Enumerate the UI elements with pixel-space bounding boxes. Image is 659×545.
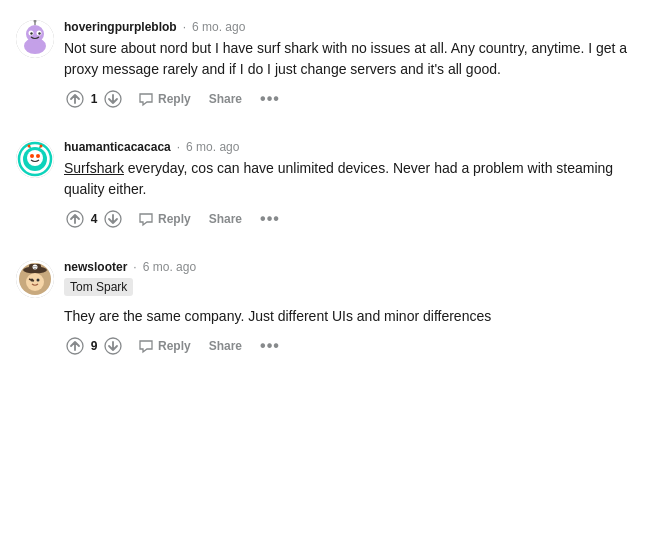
svg-point-15 <box>30 154 34 158</box>
comment-actions-2: 4 Reply Share ••• <box>64 208 643 230</box>
timestamp-text-2: 6 mo. ago <box>186 140 239 154</box>
vote-group-1: 1 <box>64 88 124 110</box>
svg-point-14 <box>27 150 43 166</box>
avatar-2 <box>16 140 54 178</box>
comment-text-1: Not sure about nord but I have surf shar… <box>64 38 643 80</box>
svg-point-2 <box>26 25 44 43</box>
svg-point-28 <box>34 266 35 267</box>
timestamp-dot-3: · <box>133 260 136 274</box>
reply-btn-1[interactable]: Reply <box>134 89 195 109</box>
vote-count-3: 9 <box>90 339 98 353</box>
reply-icon-2 <box>138 211 154 227</box>
reply-btn-3[interactable]: Reply <box>134 336 195 356</box>
tag-container-3: Tom Spark <box>64 278 643 300</box>
downvote-btn-3[interactable] <box>102 335 124 357</box>
username-2: huamanticacacaca <box>64 140 171 154</box>
downvote-icon-3 <box>104 337 122 355</box>
avatar-3 <box>16 260 54 298</box>
vote-group-2: 4 <box>64 208 124 230</box>
vote-group-3: 9 <box>64 335 124 357</box>
divider-2 <box>0 240 659 250</box>
comment-2: huamanticacacaca · 6 mo. ago Surfshark e… <box>0 130 659 240</box>
share-btn-3[interactable]: Share <box>205 337 246 355</box>
downvote-btn-2[interactable] <box>102 208 124 230</box>
share-btn-2[interactable]: Share <box>205 210 246 228</box>
comment-body-3: newslooter · 6 mo. ago Tom Spark They ar… <box>64 260 643 357</box>
upvote-btn-2[interactable] <box>64 208 86 230</box>
tag-badge-3: Tom Spark <box>64 278 133 296</box>
avatar-1 <box>16 20 54 58</box>
comment-actions-1: 1 Reply Share ••• <box>64 88 643 110</box>
upvote-btn-1[interactable] <box>64 88 86 110</box>
svg-point-7 <box>30 32 32 34</box>
comment-body-2: huamanticacacaca · 6 mo. ago Surfshark e… <box>64 140 643 230</box>
reply-icon-3 <box>138 338 154 354</box>
username-3: newslooter <box>64 260 127 274</box>
svg-point-16 <box>36 154 40 158</box>
svg-point-18 <box>28 145 31 148</box>
downvote-icon-1 <box>104 90 122 108</box>
svg-point-8 <box>38 32 40 34</box>
comment-header-3: newslooter · 6 mo. ago <box>64 260 643 274</box>
upvote-icon-3 <box>66 337 84 355</box>
upvote-icon-2 <box>66 210 84 228</box>
comment-text-2-suffix: everyday, cos can have unlimited devices… <box>64 160 613 197</box>
more-btn-3[interactable]: ••• <box>256 335 284 357</box>
surfshark-link: Surfshark <box>64 160 124 176</box>
downvote-icon-2 <box>104 210 122 228</box>
comment-body-1: hoveringpurpleblob · 6 mo. ago Not sure … <box>64 20 643 110</box>
svg-point-29 <box>36 266 37 267</box>
svg-point-20 <box>40 145 43 148</box>
vote-count-2: 4 <box>90 212 98 226</box>
timestamp-dot-2: · <box>177 140 180 154</box>
username-1: hoveringpurpleblob <box>64 20 177 34</box>
comment-text-3: They are the same company. Just differen… <box>64 306 643 327</box>
svg-point-30 <box>26 273 44 291</box>
downvote-btn-1[interactable] <box>102 88 124 110</box>
divider-1 <box>0 120 659 130</box>
timestamp-text-1: 6 mo. ago <box>192 20 245 34</box>
timestamp-text-3: 6 mo. ago <box>143 260 196 274</box>
comment-actions-3: 9 Reply Share ••• <box>64 335 643 357</box>
vote-count-1: 1 <box>90 92 98 106</box>
upvote-icon-1 <box>66 90 84 108</box>
more-btn-2[interactable]: ••• <box>256 208 284 230</box>
more-btn-1[interactable]: ••• <box>256 88 284 110</box>
comment-3: newslooter · 6 mo. ago Tom Spark They ar… <box>0 250 659 367</box>
reply-icon-1 <box>138 91 154 107</box>
share-btn-1[interactable]: Share <box>205 90 246 108</box>
comment-header-2: huamanticacacaca · 6 mo. ago <box>64 140 643 154</box>
timestamp-1: · <box>183 20 186 34</box>
upvote-btn-3[interactable] <box>64 335 86 357</box>
comment-1: hoveringpurpleblob · 6 mo. ago Not sure … <box>0 10 659 120</box>
reply-btn-2[interactable]: Reply <box>134 209 195 229</box>
svg-point-32 <box>37 279 40 282</box>
comment-header-1: hoveringpurpleblob · 6 mo. ago <box>64 20 643 34</box>
comment-text-2: Surfshark everyday, cos can have unlimit… <box>64 158 643 200</box>
